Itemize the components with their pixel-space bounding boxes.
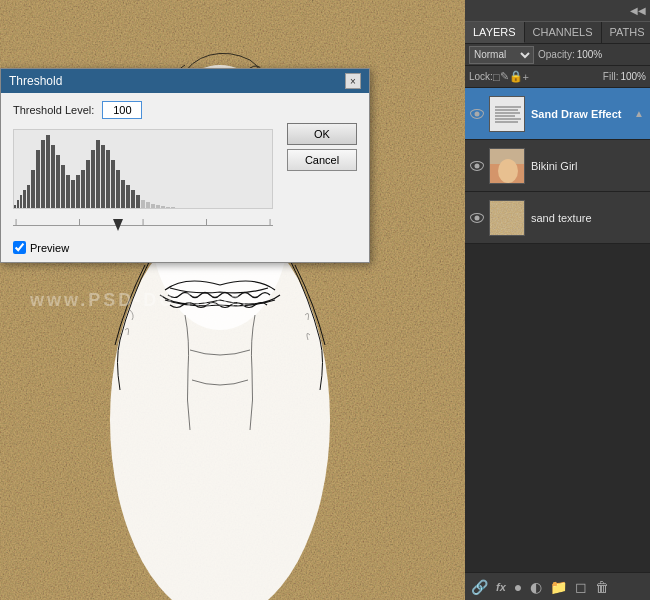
dialog-content: Threshold Level: <box>1 93 369 262</box>
svg-rect-5 <box>14 205 16 208</box>
svg-rect-19 <box>76 175 80 208</box>
opacity-value: 100% <box>577 49 603 60</box>
svg-rect-25 <box>106 150 110 208</box>
svg-rect-37 <box>166 207 170 208</box>
lock-transparent-icon[interactable]: □ <box>493 71 500 83</box>
svg-rect-69 <box>490 201 525 236</box>
panel-tabs: LAYERS CHANNELS PATHS <box>465 22 650 44</box>
blend-opacity-row: Normal Opacity: 100% <box>465 44 650 66</box>
link-layers-button[interactable]: 🔗 <box>469 579 490 595</box>
layer-name-sand-texture: sand texture <box>531 212 646 224</box>
layer-visibility-sand-draw[interactable] <box>469 106 485 122</box>
layer-item-sand-draw[interactable]: Sand Draw Effect ▲ <box>465 88 650 140</box>
delete-layer-button[interactable]: 🗑 <box>593 579 611 595</box>
lock-all-icon[interactable]: + <box>523 71 529 83</box>
panel-header: ◀◀ <box>465 0 650 22</box>
dialog-title: Threshold <box>9 74 62 88</box>
mask-button[interactable]: ● <box>512 579 524 595</box>
layer-thumb-bikini <box>489 148 525 184</box>
threshold-slider[interactable]: | | | | | <box>13 217 273 237</box>
svg-rect-12 <box>41 140 45 208</box>
new-layer-button[interactable]: ◻ <box>573 579 589 595</box>
layer-visibility-sand-texture[interactable] <box>469 210 485 226</box>
svg-point-67 <box>498 159 518 183</box>
svg-rect-30 <box>131 190 135 208</box>
panels-container: ◀◀ LAYERS CHANNELS PATHS Normal Opacity:… <box>465 0 650 600</box>
svg-rect-27 <box>116 170 120 208</box>
preview-row: Preview <box>13 241 279 254</box>
layer-name-bikini: Bikini Girl <box>531 160 646 172</box>
tab-layers[interactable]: LAYERS <box>465 22 525 43</box>
svg-rect-33 <box>146 202 150 208</box>
svg-rect-36 <box>161 206 165 208</box>
svg-rect-7 <box>20 195 22 208</box>
svg-rect-24 <box>101 145 105 208</box>
histogram-chart <box>14 130 272 208</box>
svg-rect-58 <box>490 97 525 132</box>
svg-rect-28 <box>121 180 125 208</box>
svg-rect-9 <box>27 185 30 208</box>
layers-toolbar: 🔗 fx ● ◐ 📁 ◻ 🗑 <box>465 572 650 600</box>
svg-rect-18 <box>71 180 75 208</box>
svg-rect-21 <box>86 160 90 208</box>
layer-name-sand-draw: Sand Draw Effect <box>531 108 634 120</box>
svg-rect-11 <box>36 150 40 208</box>
preview-label: Preview <box>30 242 69 254</box>
panel-arrow-left[interactable]: ◀◀ <box>630 5 646 16</box>
group-button[interactable]: 📁 <box>548 579 569 595</box>
svg-rect-34 <box>151 204 155 208</box>
svg-rect-20 <box>81 170 85 208</box>
opacity-label: Opacity: <box>538 49 575 60</box>
preview-checkbox[interactable] <box>13 241 26 254</box>
layer-thumb-sand-draw <box>489 96 525 132</box>
panel-collapse-arrows: ◀◀ <box>630 5 646 16</box>
svg-rect-6 <box>17 200 19 208</box>
layer-visibility-bikini[interactable] <box>469 158 485 174</box>
fill-value: 100% <box>620 71 646 82</box>
fill-label: Fill: <box>603 71 619 82</box>
svg-rect-35 <box>156 205 160 208</box>
lock-label: Lock: <box>469 71 493 82</box>
layer-item-sand-texture[interactable]: sand texture <box>465 192 650 244</box>
svg-rect-26 <box>111 160 115 208</box>
layer-thumb-sand-texture <box>489 200 525 236</box>
lock-position-icon[interactable]: 🔒 <box>509 70 523 83</box>
svg-rect-10 <box>31 170 35 208</box>
fill-row: Lock: □ ✎ 🔒 + Fill: 100% <box>465 66 650 88</box>
dialog-close-button[interactable]: × <box>345 73 361 89</box>
svg-rect-23 <box>96 140 100 208</box>
svg-rect-17 <box>66 175 70 208</box>
fx-button[interactable]: fx <box>494 581 508 593</box>
svg-rect-32 <box>141 200 145 208</box>
svg-rect-22 <box>91 150 95 208</box>
svg-rect-8 <box>23 190 26 208</box>
layer-item-bikini[interactable]: Bikini Girl <box>465 140 650 192</box>
adjustment-button[interactable]: ◐ <box>528 579 544 595</box>
dialog-buttons: OK Cancel <box>287 123 357 171</box>
layer-scroll-indicator: ▲ <box>634 108 644 119</box>
histogram-area <box>13 129 273 209</box>
tab-paths[interactable]: PATHS <box>602 22 651 43</box>
threshold-dialog: Threshold × Threshold Level: <box>0 68 370 263</box>
threshold-label: Threshold Level: <box>13 104 94 116</box>
svg-rect-15 <box>56 155 60 208</box>
svg-rect-29 <box>126 185 130 208</box>
threshold-input[interactable] <box>102 101 142 119</box>
ok-button[interactable]: OK <box>287 123 357 145</box>
layers-list: Sand Draw Effect ▲ Bikini Girl <box>465 88 650 244</box>
threshold-level-row: Threshold Level: <box>13 101 279 119</box>
cancel-button[interactable]: Cancel <box>287 149 357 171</box>
svg-rect-13 <box>46 135 50 208</box>
svg-rect-16 <box>61 165 65 208</box>
watermark: www.PSD-DU T.com <box>30 290 249 311</box>
svg-rect-14 <box>51 145 55 208</box>
svg-rect-31 <box>136 195 140 208</box>
tab-channels[interactable]: CHANNELS <box>525 22 602 43</box>
lock-image-icon[interactable]: ✎ <box>500 70 509 83</box>
dialog-titlebar: Threshold × <box>1 69 369 93</box>
svg-rect-38 <box>171 207 175 208</box>
slider-track <box>13 225 273 226</box>
blend-mode-select[interactable]: Normal <box>469 46 534 64</box>
